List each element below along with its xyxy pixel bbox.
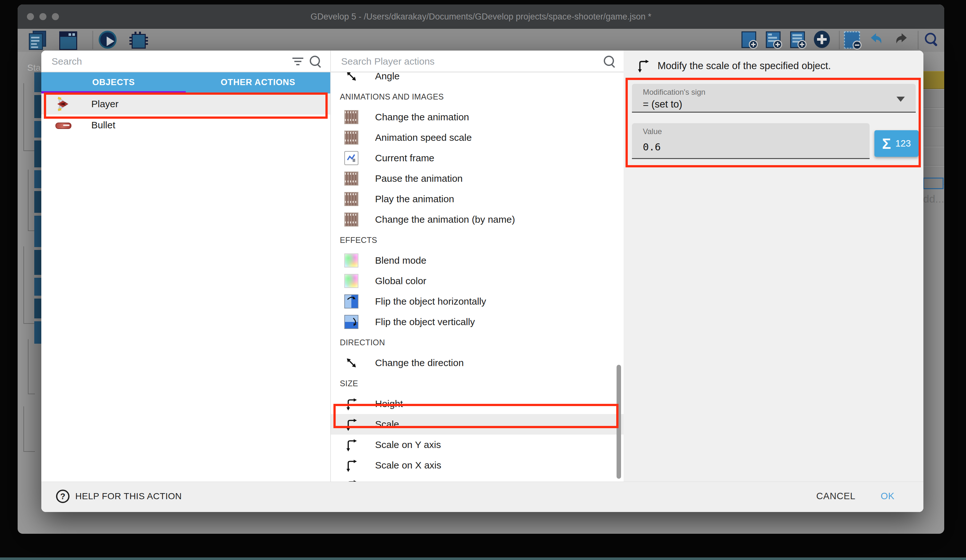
action-label: Play the animation bbox=[375, 193, 454, 205]
tab-objects[interactable]: OBJECTS bbox=[41, 72, 186, 93]
action-row-change-the-direction[interactable]: Change the direction bbox=[331, 353, 624, 373]
corner-arrow-icon bbox=[344, 438, 358, 452]
action-row-width[interactable]: Width bbox=[331, 475, 624, 482]
tab-other-actions[interactable]: OTHER ACTIONS bbox=[186, 72, 330, 93]
search-icon[interactable] bbox=[309, 55, 322, 68]
value-field-value: 0.6 bbox=[643, 141, 661, 152]
objects-search-row bbox=[41, 51, 330, 72]
cancel-button[interactable]: CANCEL bbox=[816, 491, 856, 501]
window-title: GDevelop 5 - /Users/dkarakay/Documents/G… bbox=[18, 5, 944, 29]
project-manager-icon[interactable] bbox=[29, 31, 47, 49]
diag-arrow-icon bbox=[344, 72, 358, 83]
objects-search-input[interactable] bbox=[51, 53, 292, 70]
select-events-icon[interactable] bbox=[844, 31, 862, 49]
actions-search-row bbox=[331, 51, 624, 72]
flip-v-icon bbox=[344, 315, 358, 329]
add-circle-icon[interactable] bbox=[814, 31, 832, 49]
modification-sign-select[interactable]: Modification's sign = (set to) bbox=[632, 84, 916, 113]
action-label: Current frame bbox=[375, 152, 434, 164]
action-row-flip-the-object-vertically[interactable]: Flip the object vertically bbox=[331, 312, 624, 332]
object-row-player[interactable]: Player bbox=[41, 93, 330, 115]
titlebar: GDevelop 5 - /Users/dkarakay/Documents/G… bbox=[18, 5, 944, 29]
event-block-sliver bbox=[34, 95, 42, 118]
section-label: EFFECTS bbox=[340, 236, 377, 245]
action-row-pause-the-animation[interactable]: Pause the animation bbox=[331, 168, 624, 189]
actions-search-input[interactable] bbox=[340, 53, 586, 70]
detail-header: Modify the scale of the specified object… bbox=[624, 51, 923, 81]
action-label: Animation speed scale bbox=[375, 132, 472, 143]
section-header-size: SIZE bbox=[331, 373, 624, 394]
event-block-sliver bbox=[34, 72, 42, 92]
value-field[interactable]: Value 0.6 bbox=[632, 123, 870, 159]
search-icon[interactable] bbox=[603, 55, 616, 68]
scene-tab-partial-label: Sta bbox=[27, 63, 41, 73]
object-row-bullet[interactable]: Bullet bbox=[41, 115, 330, 136]
action-row-flip-the-object-horizontally[interactable]: Flip the object horizontally bbox=[331, 291, 624, 312]
action-label: Height bbox=[375, 398, 403, 409]
action-row-change-the-animation-by-name-[interactable]: Change the animation (by name) bbox=[331, 209, 624, 230]
undo-icon[interactable] bbox=[868, 31, 886, 49]
sign-field-value: = (set to) bbox=[643, 98, 682, 110]
action-label: Blend mode bbox=[375, 255, 426, 266]
search-icon[interactable] bbox=[923, 31, 941, 49]
color-icon bbox=[344, 274, 358, 288]
actions-list: AngleANIMATIONS AND IMAGESChange the ani… bbox=[331, 72, 624, 482]
flip-h-icon bbox=[344, 295, 358, 308]
help-button[interactable]: ? HELP FOR THIS ACTION bbox=[56, 490, 182, 503]
action-label: Angle bbox=[375, 72, 400, 82]
help-icon: ? bbox=[56, 490, 69, 503]
action-row-height[interactable]: Height bbox=[331, 394, 624, 414]
redo-icon[interactable] bbox=[893, 31, 910, 49]
scene-editor-icon[interactable] bbox=[59, 31, 77, 49]
event-block-sliver bbox=[34, 141, 42, 167]
help-button-label: HELP FOR THIS ACTION bbox=[75, 491, 182, 501]
action-row-blend-mode[interactable]: Blend mode bbox=[331, 250, 624, 271]
event-block-sliver bbox=[34, 278, 42, 296]
film-icon bbox=[344, 172, 358, 186]
add-comment-icon[interactable] bbox=[790, 31, 807, 49]
filter-icon[interactable] bbox=[292, 56, 305, 69]
ok-button[interactable]: OK bbox=[881, 491, 895, 501]
action-row-play-the-animation[interactable]: Play the animation bbox=[331, 189, 624, 209]
selected-event-row-sliver bbox=[923, 71, 944, 89]
event-block-sliver bbox=[34, 250, 42, 275]
sign-field-label: Modification's sign bbox=[643, 88, 705, 97]
action-row-scale-on-y-axis[interactable]: Scale on Y axis bbox=[331, 435, 624, 455]
expression-button-label: 123 bbox=[895, 138, 911, 149]
debug-icon[interactable] bbox=[129, 31, 147, 49]
event-row-sliver bbox=[923, 147, 944, 166]
objects-tabbar: OBJECTSOTHER ACTIONS bbox=[41, 72, 330, 93]
film-icon bbox=[344, 192, 358, 206]
action-label: Flip the object horizontally bbox=[375, 296, 486, 307]
instruction-editor-dialog: OBJECTSOTHER ACTIONS PlayerBullet AngleA… bbox=[41, 51, 923, 512]
action-row-global-color[interactable]: Global color bbox=[331, 271, 624, 291]
section-header-animations-and-images: ANIMATIONS AND IMAGES bbox=[331, 87, 624, 107]
frame-icon bbox=[344, 151, 358, 165]
action-row-scale[interactable]: Scale bbox=[331, 414, 624, 435]
action-row-change-the-animation[interactable]: Change the animation bbox=[331, 107, 624, 128]
dialog-footer: ? HELP FOR THIS ACTION CANCEL OK bbox=[41, 481, 923, 512]
film-icon bbox=[344, 213, 358, 226]
add-subevent-icon[interactable] bbox=[765, 31, 783, 49]
action-label: Scale bbox=[375, 419, 399, 430]
action-label: Change the animation (by name) bbox=[375, 214, 515, 225]
event-block-sliver bbox=[34, 216, 42, 247]
add-label-partial: dd... bbox=[923, 193, 944, 205]
action-row-angle[interactable]: Angle bbox=[331, 72, 624, 87]
toolbar-divider bbox=[92, 31, 93, 49]
sigma-icon: Σ bbox=[882, 136, 891, 151]
event-tree-line bbox=[23, 83, 35, 151]
player-ship-icon bbox=[56, 96, 71, 112]
corner-arrow-icon bbox=[344, 417, 358, 431]
expression-editor-button[interactable]: Σ 123 bbox=[874, 130, 918, 157]
play-icon[interactable] bbox=[99, 31, 117, 49]
scrollbar-thumb[interactable] bbox=[616, 365, 621, 479]
action-row-current-frame[interactable]: Current frame bbox=[331, 148, 624, 168]
add-event-icon[interactable] bbox=[741, 31, 759, 49]
action-row-animation-speed-scale[interactable]: Animation speed scale bbox=[331, 128, 624, 148]
object-label: Player bbox=[91, 98, 118, 110]
value-field-label: Value bbox=[643, 127, 662, 136]
action-row-scale-on-x-axis[interactable]: Scale on X axis bbox=[331, 455, 624, 475]
action-label: Flip the object vertically bbox=[375, 316, 475, 327]
events-sheet-blocks bbox=[34, 72, 42, 347]
